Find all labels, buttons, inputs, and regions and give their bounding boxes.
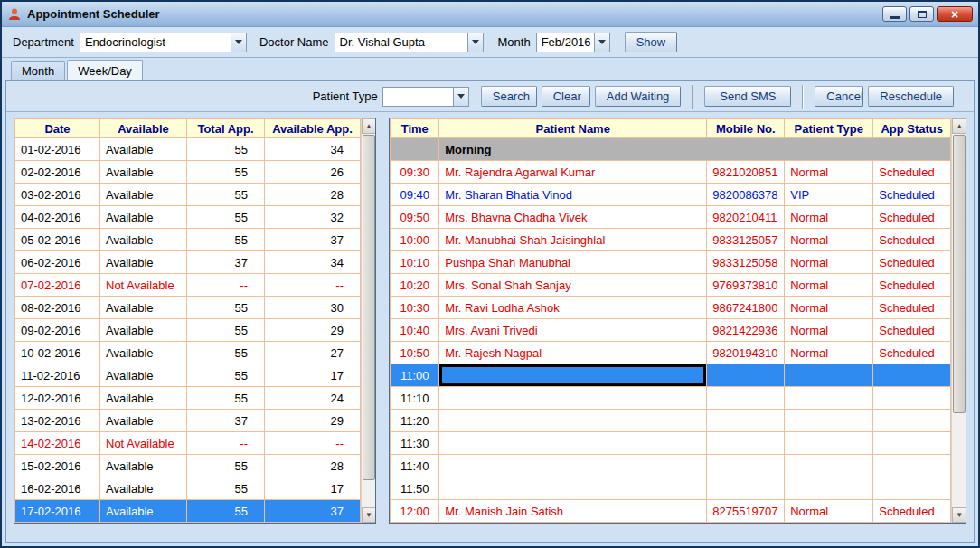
scroll-down-icon[interactable]: ▼	[362, 507, 376, 523]
available-app-cell[interactable]: 32	[265, 206, 361, 229]
date-row[interactable]: 12-02-2016Available5524	[15, 387, 361, 410]
app-status-cell[interactable]: Scheduled	[873, 229, 951, 251]
mobile-no-cell[interactable]	[707, 432, 785, 455]
availability-cell[interactable]: Available	[100, 387, 187, 410]
appointment-row[interactable]: 11:00	[391, 364, 951, 387]
patient-name-cell[interactable]	[439, 410, 707, 432]
availability-cell[interactable]: Available	[100, 138, 187, 161]
appointment-row[interactable]: 09:50Mrs. Bhavna Chadha Vivek9820210411N…	[391, 206, 951, 229]
availability-cell[interactable]: Available	[100, 364, 187, 387]
mobile-no-cell[interactable]: 9821422936	[707, 319, 785, 342]
month-select[interactable]: Feb/2016	[536, 33, 610, 52]
scroll-up-icon[interactable]: ▲	[362, 118, 376, 134]
patient-type-cell[interactable]: Normal	[785, 319, 873, 342]
patient-name-cell[interactable]	[439, 455, 707, 477]
available-app-cell[interactable]: --	[265, 274, 361, 297]
search-button[interactable]: Search	[481, 86, 537, 107]
available-app-cell[interactable]: 26	[265, 161, 361, 184]
mobile-no-cell[interactable]	[707, 477, 785, 500]
patient-type-cell[interactable]	[785, 387, 873, 410]
mobile-no-cell[interactable]	[707, 455, 785, 477]
mobile-no-cell[interactable]	[707, 387, 785, 410]
date-cell[interactable]: 11-02-2016	[15, 364, 100, 387]
patient-type-cell[interactable]	[785, 455, 873, 477]
app-status-cell[interactable]	[873, 364, 951, 387]
patient-type-cell[interactable]	[785, 432, 873, 455]
dropdown-arrow-icon[interactable]	[231, 33, 246, 52]
total-app-cell[interactable]: 55	[187, 319, 265, 342]
total-app-cell[interactable]: 37	[187, 410, 265, 432]
dropdown-arrow-icon[interactable]	[453, 88, 468, 106]
mobile-no-cell[interactable]: 9833125058	[707, 251, 785, 274]
mobile-no-cell[interactable]: 9833125057	[707, 229, 785, 251]
time-cell[interactable]: 11:20	[391, 410, 439, 432]
time-cell[interactable]: 11:30	[391, 432, 439, 455]
app-status-cell[interactable]	[873, 387, 951, 410]
date-cell[interactable]: 13-02-2016	[15, 410, 100, 432]
tab-month[interactable]: Month	[11, 61, 65, 80]
appointment-scroll-track[interactable]	[952, 134, 966, 507]
time-cell[interactable]: 11:50	[391, 477, 439, 500]
patient-type-cell[interactable]: Normal	[785, 274, 873, 297]
time-cell[interactable]: 11:00	[391, 364, 439, 387]
total-app-cell[interactable]: 55	[187, 138, 265, 161]
patient-type-cell[interactable]: VIP	[785, 184, 873, 206]
availability-cell[interactable]: Available	[100, 342, 187, 364]
scroll-up-icon[interactable]: ▲	[952, 118, 966, 134]
date-table-scrollbar[interactable]: ▲ ▼	[361, 118, 376, 523]
appointment-row[interactable]: 10:10Pushpa Shah Manubhai9833125058Norma…	[391, 251, 951, 274]
total-app-cell[interactable]: 55	[187, 500, 265, 523]
appointment-row[interactable]: 11:30	[391, 432, 951, 455]
availability-cell[interactable]: Available	[100, 184, 187, 206]
patient-type-select[interactable]	[382, 87, 469, 107]
patient-name-cell[interactable]	[439, 364, 707, 387]
date-row[interactable]: 13-02-2016Available3729	[15, 410, 361, 432]
date-row[interactable]: 01-02-2016Available5534	[15, 138, 361, 161]
available-app-cell[interactable]: 29	[265, 319, 361, 342]
doctor-name-select[interactable]: Dr. Vishal Gupta	[335, 33, 484, 52]
appointment-row[interactable]: 11:20	[391, 410, 951, 432]
patient-name-cell[interactable]: Mr. Ravi Lodha Ashok	[439, 297, 707, 319]
time-cell[interactable]: 10:10	[391, 251, 439, 274]
availability-cell[interactable]: Available	[100, 319, 187, 342]
mobile-no-cell[interactable]	[707, 364, 785, 387]
patient-type-cell[interactable]: Normal	[785, 342, 873, 364]
patient-type-cell[interactable]	[785, 410, 873, 432]
mobile-no-cell[interactable]: 9821020851	[707, 161, 785, 184]
app-status-cell[interactable]: Scheduled	[873, 297, 951, 319]
date-row[interactable]: 16-02-2016Available5517	[15, 477, 361, 500]
app-status-cell[interactable]: Scheduled	[873, 274, 951, 297]
mobile-no-cell[interactable]: 9820210411	[707, 206, 785, 229]
patient-name-cell[interactable]: Pushpa Shah Manubhai	[439, 251, 707, 274]
available-app-cell[interactable]: 29	[265, 410, 361, 432]
date-row[interactable]: 03-02-2016Available5528	[15, 184, 361, 206]
available-app-cell[interactable]: 17	[265, 364, 361, 387]
cancel-button[interactable]: Cancel	[815, 86, 863, 107]
date-cell[interactable]: 05-02-2016	[15, 229, 100, 251]
app-status-cell[interactable]	[873, 455, 951, 477]
date-cell[interactable]: 06-02-2016	[15, 251, 100, 274]
patient-name-cell[interactable]	[439, 432, 707, 455]
date-row[interactable]: 04-02-2016Available5532	[15, 206, 361, 229]
date-row[interactable]: 02-02-2016Available5526	[15, 161, 361, 184]
appointment-row[interactable]: 09:40Mr. Sharan Bhatia Vinod9820086378VI…	[391, 184, 951, 206]
availability-cell[interactable]: Available	[100, 500, 187, 523]
appointment-row[interactable]: 10:40Mrs. Avani Trivedi9821422936NormalS…	[391, 319, 951, 342]
department-select[interactable]: Endocrinologist	[80, 33, 247, 52]
clear-button[interactable]: Clear	[542, 86, 590, 107]
patient-name-cell[interactable]: Mr. Manish Jain Satish	[439, 500, 707, 523]
app-status-cell[interactable]: Scheduled	[873, 161, 951, 184]
patient-type-cell[interactable]	[785, 364, 873, 387]
show-button[interactable]: Show	[625, 32, 678, 52]
total-app-cell[interactable]: 55	[187, 342, 265, 364]
availability-cell[interactable]: Not Available	[100, 432, 187, 455]
availability-cell[interactable]: Available	[100, 410, 187, 432]
appointment-scroll-thumb[interactable]	[953, 135, 966, 413]
scroll-down-icon[interactable]: ▼	[952, 507, 966, 523]
app-status-cell[interactable]	[873, 477, 951, 500]
date-row[interactable]: 08-02-2016Available5530	[15, 297, 361, 319]
total-app-cell[interactable]: 55	[187, 184, 265, 206]
time-cell[interactable]: 10:40	[391, 319, 439, 342]
patient-name-cell[interactable]: Mr. Manubhai Shah Jaisinghlal	[439, 229, 707, 251]
date-cell[interactable]: 03-02-2016	[15, 184, 100, 206]
